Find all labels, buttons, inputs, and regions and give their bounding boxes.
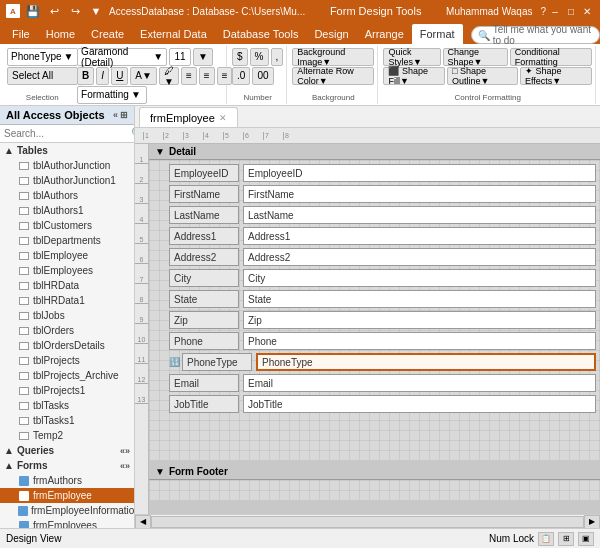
- undo-qat-btn[interactable]: ↩: [45, 2, 63, 20]
- scroll-right-btn[interactable]: ▶: [584, 515, 600, 529]
- input-firstname[interactable]: FirstName: [243, 185, 596, 203]
- qat-dropdown[interactable]: ▼: [87, 2, 105, 20]
- object-tab-frmEmployee[interactable]: frmEmployee ✕: [139, 107, 238, 127]
- panel-item-frmEmployees[interactable]: frmEmployees: [0, 518, 134, 528]
- panel-item-tblJobs[interactable]: tblJobs: [0, 308, 134, 323]
- panel-item-tblDepartments[interactable]: tblDepartments: [0, 233, 134, 248]
- input-lastname[interactable]: LastName: [243, 206, 596, 224]
- tab-arrange[interactable]: Arrange: [357, 24, 412, 44]
- panel-item-tblEmployees[interactable]: tblEmployees: [0, 263, 134, 278]
- redo-qat-btn[interactable]: ↪: [66, 2, 84, 20]
- horizontal-scrollbar[interactable]: ◀ ▶: [135, 514, 600, 528]
- input-zip[interactable]: Zip: [243, 311, 596, 329]
- label-state[interactable]: State: [169, 290, 239, 308]
- bold-btn[interactable]: B: [77, 67, 94, 85]
- font-color-btn[interactable]: A▼: [130, 67, 157, 85]
- panel-item-tblAuthors[interactable]: tblAuthors: [0, 188, 134, 203]
- shape-fill-btn[interactable]: ⬛ Shape Fill▼: [383, 67, 445, 85]
- underline-btn[interactable]: U: [111, 67, 128, 85]
- panel-item-frmAuthors[interactable]: frmAuthors: [0, 473, 134, 488]
- tables-section-header[interactable]: ▲ Tables: [0, 143, 134, 158]
- panel-item-Temp2[interactable]: Temp2: [0, 428, 134, 443]
- tab-home[interactable]: Home: [38, 24, 83, 44]
- view-form-btn[interactable]: ▣: [578, 532, 594, 546]
- input-phone[interactable]: Phone: [243, 332, 596, 350]
- phonetype-dropdown[interactable]: PhoneType ▼: [7, 48, 78, 66]
- tab-create[interactable]: Create: [83, 24, 132, 44]
- save-qat-btn[interactable]: 💾: [24, 2, 42, 20]
- background-image-btn[interactable]: Background Image▼: [292, 48, 374, 66]
- panel-item-tblTasks[interactable]: tblTasks: [0, 398, 134, 413]
- object-tab-close[interactable]: ✕: [219, 113, 227, 123]
- panel-item-tblAuthorJunction[interactable]: tblAuthorJunction: [0, 158, 134, 173]
- scroll-left-btn[interactable]: ◀: [135, 515, 151, 529]
- input-state[interactable]: State: [243, 290, 596, 308]
- panel-item-tblProjects_Archive[interactable]: tblProjects_Archive: [0, 368, 134, 383]
- label-zip[interactable]: Zip: [169, 311, 239, 329]
- scroll-track[interactable]: [151, 516, 584, 528]
- panel-item-tblOrdersDetails[interactable]: tblOrdersDetails: [0, 338, 134, 353]
- maximize-btn[interactable]: □: [564, 4, 578, 18]
- highlight-btn[interactable]: 🖊▼: [159, 67, 179, 85]
- panel-item-tblAuthors1[interactable]: tblAuthors1: [0, 203, 134, 218]
- italic-btn[interactable]: I: [96, 67, 109, 85]
- input-email[interactable]: Email: [243, 374, 596, 392]
- label-phone[interactable]: Phone: [169, 332, 239, 350]
- minimize-btn[interactable]: –: [548, 4, 562, 18]
- conditional-formatting-btn[interactable]: Conditional Formatting: [510, 48, 592, 66]
- input-employeeid[interactable]: EmployeeID: [243, 164, 596, 182]
- panel-item-tblHRData[interactable]: tblHRData: [0, 278, 134, 293]
- panel-collapse-btn[interactable]: «: [113, 110, 118, 120]
- label-employeeid[interactable]: EmployeeID: [169, 164, 239, 182]
- select-all-btn[interactable]: Select All: [7, 67, 78, 85]
- panel-item-frmEmployeeInformation[interactable]: frmEmployeeInformation: [0, 503, 134, 518]
- percent-btn[interactable]: %: [250, 48, 269, 66]
- forms-collapse[interactable]: «»: [120, 461, 130, 471]
- panel-item-tblProjects1[interactable]: tblProjects1: [0, 383, 134, 398]
- quick-styles-btn[interactable]: Quick Styles▼: [383, 48, 440, 66]
- panel-item-tblEmployee[interactable]: tblEmployee: [0, 248, 134, 263]
- shape-effects-btn[interactable]: ✦ Shape Effects▼: [520, 67, 592, 85]
- close-btn[interactable]: ✕: [580, 4, 594, 18]
- panel-item-tblTasks1[interactable]: tblTasks1: [0, 413, 134, 428]
- formatting-dropdown[interactable]: Formatting ▼: [77, 86, 147, 104]
- view-design-btn[interactable]: 📋: [538, 532, 554, 546]
- label-lastname[interactable]: LastName: [169, 206, 239, 224]
- tab-external-data[interactable]: External Data: [132, 24, 215, 44]
- panel-options-btn[interactable]: ⊞: [120, 110, 128, 120]
- label-phonetype[interactable]: PhoneType: [182, 353, 252, 371]
- currency-btn[interactable]: $: [232, 48, 248, 66]
- align-left-btn[interactable]: ≡: [181, 67, 197, 85]
- label-jobtitle[interactable]: JobTitle: [169, 395, 239, 413]
- help-btn[interactable]: ?: [540, 6, 546, 17]
- panel-item-tblHRData1[interactable]: tblHRData1: [0, 293, 134, 308]
- font-size-input[interactable]: [169, 48, 191, 66]
- tab-design[interactable]: Design: [306, 24, 356, 44]
- tell-me-bar[interactable]: 🔍 Tell me what you want to do: [471, 26, 600, 44]
- panel-item-tblOrders[interactable]: tblOrders: [0, 323, 134, 338]
- align-center-btn[interactable]: ≡: [199, 67, 215, 85]
- label-firstname[interactable]: FirstName: [169, 185, 239, 203]
- dec-decimal-btn[interactable]: .0: [232, 67, 250, 85]
- shape-outline-btn[interactable]: □ Shape Outline▼: [447, 67, 518, 85]
- input-address2[interactable]: Address2: [243, 248, 596, 266]
- label-city[interactable]: City: [169, 269, 239, 287]
- change-shape-btn[interactable]: Change Shape▼: [443, 48, 508, 66]
- queries-section-header[interactable]: ▲ Queries «»: [0, 443, 134, 458]
- input-phonetype[interactable]: PhoneType: [256, 353, 596, 371]
- label-address2[interactable]: Address2: [169, 248, 239, 266]
- panel-item-tblCustomers[interactable]: tblCustomers: [0, 218, 134, 233]
- queries-collapse[interactable]: «»: [120, 446, 130, 456]
- tab-file[interactable]: File: [4, 24, 38, 44]
- input-city[interactable]: City: [243, 269, 596, 287]
- panel-item-tblAuthorJunction1[interactable]: tblAuthorJunction1: [0, 173, 134, 188]
- tab-database-tools[interactable]: Database Tools: [215, 24, 307, 44]
- panel-item-frmEmployee[interactable]: frmEmployee: [0, 488, 134, 503]
- inc-decimal-btn[interactable]: 00: [252, 67, 273, 85]
- input-address1[interactable]: Address1: [243, 227, 596, 245]
- comma-btn[interactable]: ,: [271, 48, 284, 66]
- alt-row-color-btn[interactable]: Alternate Row Color▼: [292, 67, 374, 85]
- label-address1[interactable]: Address1: [169, 227, 239, 245]
- panel-item-tblProjects[interactable]: tblProjects: [0, 353, 134, 368]
- view-layout-btn[interactable]: ⊞: [558, 532, 574, 546]
